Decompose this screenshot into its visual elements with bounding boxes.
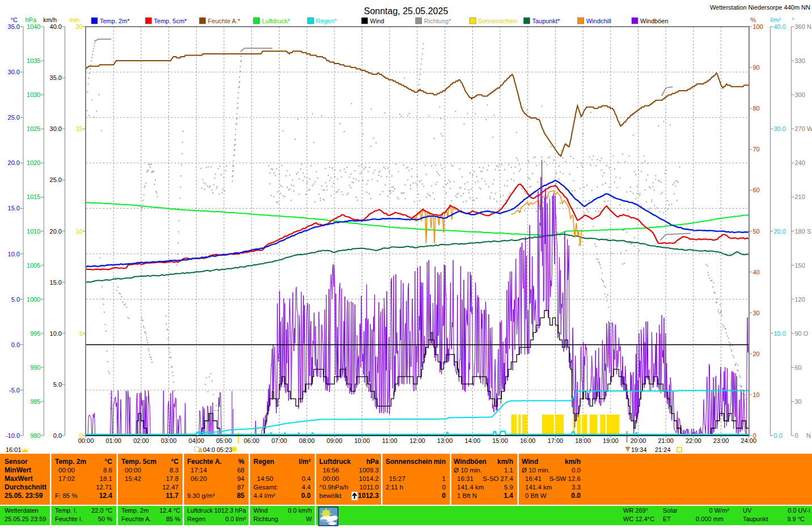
svg-text:Feuchte I.: Feuchte I. <box>55 516 83 522</box>
svg-text:03:00: 03:00 <box>161 437 177 444</box>
svg-text:km/h: km/h <box>497 458 513 466</box>
svg-text:S-SW 12.6: S-SW 12.6 <box>549 475 581 482</box>
svg-text:^0.9hPa/h: ^0.9hPa/h <box>319 484 348 491</box>
svg-text:°: ° <box>792 16 794 23</box>
svg-text:87: 87 <box>237 484 244 491</box>
svg-text:06:20: 06:20 <box>191 475 207 482</box>
svg-text:°C: °C <box>11 16 18 23</box>
svg-text:Wind: Wind <box>253 507 268 514</box>
svg-text:02:00: 02:00 <box>133 437 149 444</box>
svg-text:20:00: 20:00 <box>631 437 646 444</box>
svg-text:Temp. 2m: Temp. 2m <box>121 507 149 514</box>
svg-text:5.0: 5.0 <box>11 296 20 303</box>
svg-text:05:23: 05:23 <box>217 446 232 453</box>
svg-text:01:00: 01:00 <box>105 437 121 444</box>
svg-text:Wetterdaten: Wetterdaten <box>5 507 39 514</box>
svg-text:25.05.25 23:59: 25.05.25 23:59 <box>5 516 46 522</box>
svg-text:Taupunkt: Taupunkt <box>743 516 768 522</box>
svg-text:15:42: 15:42 <box>125 475 141 482</box>
svg-text:-10.0: -10.0 <box>6 432 20 439</box>
svg-text:W: W <box>306 516 312 522</box>
svg-text:2:11 h: 2:11 h <box>386 484 403 491</box>
svg-text:10: 10 <box>753 391 760 398</box>
svg-text:00:00: 00:00 <box>125 467 141 474</box>
svg-text:30.0: 30.0 <box>50 125 62 132</box>
svg-text:Gesamt:: Gesamt: <box>253 484 278 491</box>
svg-text:Windböen: Windböen <box>640 18 669 24</box>
svg-text:9.9 °C: 9.9 °C <box>787 516 805 522</box>
svg-text:3.3: 3.3 <box>572 484 581 491</box>
svg-text:0 Bft W: 0 Bft W <box>525 492 547 499</box>
svg-text:F: 85 %: F: 85 % <box>55 492 78 499</box>
svg-text:995: 995 <box>30 330 40 337</box>
svg-text:17:02: 17:02 <box>58 475 75 482</box>
svg-text:0.0: 0.0 <box>53 432 62 439</box>
svg-text:Feuchte A.*: Feuchte A.* <box>208 18 241 24</box>
svg-text:09:00: 09:00 <box>327 437 342 444</box>
svg-text:16:56: 16:56 <box>323 467 339 474</box>
svg-text:10.0: 10.0 <box>50 330 62 337</box>
svg-text:24:00: 24:00 <box>741 437 757 444</box>
svg-text:00:00: 00:00 <box>58 467 75 474</box>
svg-text:Sonntag, 25.05.2025: Sonntag, 25.05.2025 <box>364 6 449 16</box>
svg-text:%: % <box>751 16 756 23</box>
svg-text:l/m²: l/m² <box>771 16 781 23</box>
svg-text:Sonnenschein: Sonnenschein <box>386 458 432 466</box>
svg-text:1.4: 1.4 <box>504 492 513 500</box>
svg-text:WC 12.4°C: WC 12.4°C <box>623 516 654 522</box>
svg-text:25.0: 25.0 <box>8 114 20 121</box>
svg-text:00:00: 00:00 <box>323 475 339 482</box>
svg-text:-5.0: -5.0 <box>9 387 20 394</box>
svg-text:bewölkt: bewölkt <box>319 492 342 499</box>
svg-text:360 N: 360 N <box>795 23 811 30</box>
svg-text:08:00: 08:00 <box>299 437 315 444</box>
svg-text:Wind: Wind <box>522 458 538 466</box>
svg-text:20.0: 20.0 <box>774 228 786 235</box>
svg-text:19:34: 19:34 <box>631 446 647 453</box>
svg-text:min: min <box>434 458 446 466</box>
svg-text:12.47: 12.47 <box>162 484 179 491</box>
svg-text:1 Bft N: 1 Bft N <box>457 492 477 499</box>
svg-text:20.0: 20.0 <box>50 228 62 235</box>
svg-text:km/h: km/h <box>565 458 581 466</box>
svg-text:16:01: 16:01 <box>6 446 22 453</box>
svg-text:Taupunkt*: Taupunkt* <box>532 18 560 24</box>
svg-text:16:00: 16:00 <box>520 437 536 444</box>
svg-text:0.0 km/h: 0.0 km/h <box>288 507 312 514</box>
svg-text:0: 0 <box>442 484 446 491</box>
svg-text:Luftdruck*: Luftdruck* <box>262 18 290 24</box>
svg-text:141.4 km: 141.4 km <box>525 484 552 491</box>
svg-text:Regen: Regen <box>253 458 274 466</box>
svg-text:°C: °C <box>171 458 179 466</box>
svg-text:1010: 1010 <box>27 228 40 235</box>
svg-text:25.05. 23:59: 25.05. 23:59 <box>5 492 43 500</box>
svg-text:0 W/m²: 0 W/m² <box>709 507 730 514</box>
svg-text:17:00: 17:00 <box>548 437 564 444</box>
svg-text:Richtung*: Richtung* <box>424 18 451 24</box>
svg-text:N: N <box>806 432 811 439</box>
svg-text:40: 40 <box>753 269 760 276</box>
svg-text:50: 50 <box>753 228 760 235</box>
svg-text:90 O: 90 O <box>795 330 809 337</box>
svg-text:0.4: 0.4 <box>302 475 311 482</box>
svg-text:90: 90 <box>753 64 760 71</box>
svg-text:Solar: Solar <box>663 507 678 514</box>
svg-text:80: 80 <box>753 105 760 112</box>
svg-text:1014.2: 1014.2 <box>359 475 379 482</box>
svg-text:05:00: 05:00 <box>216 437 232 444</box>
svg-text:07:00: 07:00 <box>272 437 287 444</box>
svg-text:35.0: 35.0 <box>8 23 20 30</box>
svg-text:04:00: 04:00 <box>189 437 205 444</box>
svg-text:30.0: 30.0 <box>8 69 20 75</box>
svg-text:1009.3: 1009.3 <box>359 467 379 474</box>
svg-text:330: 330 <box>795 57 805 64</box>
svg-text:30.0: 30.0 <box>774 125 786 132</box>
svg-text:20.0: 20.0 <box>8 159 20 166</box>
svg-text:180 S: 180 S <box>795 228 811 235</box>
svg-text:km/h: km/h <box>43 16 57 23</box>
svg-text:0.0: 0.0 <box>11 341 20 348</box>
svg-text:22.0 °C: 22.0 °C <box>91 507 112 514</box>
svg-text:5.0: 5.0 <box>53 381 62 388</box>
svg-text:8.6: 8.6 <box>103 467 112 474</box>
svg-text:1: 1 <box>442 475 446 482</box>
